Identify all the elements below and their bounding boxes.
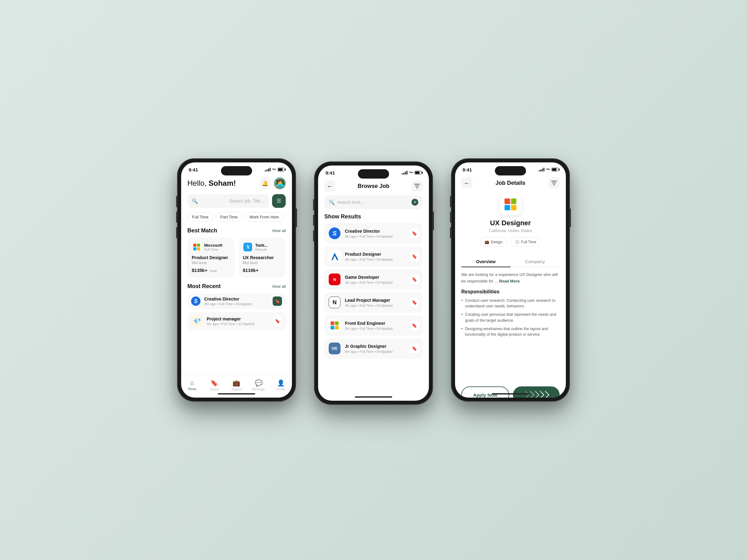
filter-icon: ☰ xyxy=(277,198,281,204)
microsoft-logo-list xyxy=(328,319,341,332)
next-arrows-button[interactable] xyxy=(513,386,560,398)
tab-company[interactable]: Company xyxy=(511,257,560,267)
design-icon: 💼 xyxy=(485,240,489,244)
signal-bars-3 xyxy=(539,168,544,171)
svg-rect-2 xyxy=(416,188,418,188)
list-title-4: Lead Project Manager xyxy=(345,298,406,303)
list-title-1: Creative Director xyxy=(345,229,406,234)
detail-tabs: Overview Company xyxy=(461,257,560,267)
status-icons-1: 〜 xyxy=(265,167,284,172)
list-bookmark-3[interactable]: 🔖 xyxy=(410,275,419,284)
list-bookmark-5[interactable]: 🔖 xyxy=(410,321,419,330)
svg-rect-0 xyxy=(414,184,420,185)
most-recent-view-all[interactable]: View all xyxy=(272,284,286,289)
job-title-large: UX Designer xyxy=(490,219,531,227)
best-match-view-all[interactable]: View all xyxy=(272,229,286,233)
list-bookmark-6[interactable]: 🔖 xyxy=(410,344,419,353)
details-header: ← Job Details xyxy=(461,174,560,193)
recent-meta-1: 3hr ago • Full Time • 04 Applied xyxy=(204,302,269,306)
user-avatar[interactable]: 🧑‍💻 xyxy=(274,177,286,189)
list-meta-5: 3hr ago • Full Time • 04 Applied xyxy=(345,327,406,330)
tag-part-time[interactable]: Part Time xyxy=(216,212,242,222)
phone1-content: Hello, Soham! 🔔 🧑‍💻 🔍 xyxy=(181,174,292,398)
bookmark-button-1[interactable]: 🔖 xyxy=(273,296,282,306)
phone3-content: ← Job Details xyxy=(455,174,566,398)
company-type-2: Remote xyxy=(255,248,268,251)
battery-1 xyxy=(278,168,284,171)
nav-home[interactable]: ⌂ Home xyxy=(185,379,200,391)
recent-item-project-manager[interactable]: 💎 Project manager 5hr ago • Full Time • … xyxy=(187,312,286,330)
job-list: S Creative Director 3hr ago • Full Time … xyxy=(318,223,429,401)
twitter-logo-card: 𝕏 xyxy=(243,242,253,252)
applied-icon: 💼 xyxy=(232,379,240,387)
nav-profile-label: Profile xyxy=(276,388,285,391)
signal-bars-1 xyxy=(265,168,271,171)
nav-saved[interactable]: 🔖 Saved xyxy=(207,379,222,391)
notification-bell-button[interactable]: 🔔 xyxy=(259,177,271,189)
list-item-front-end-engineer[interactable]: Front End Engineer 3hr ago • Full Time •… xyxy=(324,315,423,336)
card-salary-1: $135k+ xyxy=(192,268,207,273)
wifi-icon-3: 〜 xyxy=(546,167,550,172)
recent-title-2: Project manager xyxy=(207,316,269,321)
resp-item-2: Creating user personas that represent th… xyxy=(461,312,560,324)
details-back-button[interactable]: ← xyxy=(461,177,472,189)
details-more-button[interactable] xyxy=(548,177,560,189)
profile-icon: 👤 xyxy=(277,379,285,387)
saved-icon: 🔖 xyxy=(210,379,218,387)
resp-item-3: Designing wireframes that outline the la… xyxy=(461,326,560,338)
recent-item-creative-director[interactable]: S Creative Director 3hr ago • Full Time … xyxy=(187,293,286,309)
signal-bars-2 xyxy=(402,171,407,175)
search-icon: 🔍 xyxy=(192,198,227,204)
best-match-header: Best Match View all xyxy=(187,228,286,234)
status-icons-2: 〜 xyxy=(402,170,421,176)
phone1-header: Hello, Soham! 🔔 🧑‍💻 xyxy=(187,177,286,189)
nav-profile[interactable]: 👤 Profile xyxy=(273,379,288,391)
card-level-1: Mid level xyxy=(192,261,230,265)
list-bookmark-2[interactable]: 🔖 xyxy=(410,252,419,261)
job-card-twitter[interactable]: 𝕏 Twitt... Remote UX Researcher Mid leve… xyxy=(238,238,286,277)
filter-button[interactable]: ☰ xyxy=(272,194,286,208)
list-item-lead-project-manager[interactable]: N Lead Project Manager 3hr ago • Full Ti… xyxy=(324,292,423,313)
list-item-product-designer[interactable]: Product Designer 3hr ago • Full Time • 0… xyxy=(324,246,423,267)
nav-applied[interactable]: 💼 Applied xyxy=(229,379,244,391)
wifi-icon-1: 〜 xyxy=(272,167,276,172)
tag-work-from-home[interactable]: Work From Hom xyxy=(244,212,284,222)
nintendo-logo-list: N xyxy=(328,273,341,286)
best-match-cards: Microsoft Full Time Product Designer Mid… xyxy=(187,238,286,277)
phone-home: 9:41 〜 Hello, S xyxy=(177,159,296,401)
read-more-link[interactable]: Read More xyxy=(499,279,519,284)
responsibilities-list: Conduct user research: Conducting user r… xyxy=(461,298,560,338)
tab-overview[interactable]: Overview xyxy=(461,257,511,267)
browse-search-box[interactable]: 🔍 search here... ✕ xyxy=(324,195,423,209)
phone-details: 9:41 〜 ← Job Details xyxy=(451,159,570,401)
home-icon: ⌂ xyxy=(190,379,194,386)
status-bar-3: 9:41 〜 xyxy=(455,162,566,174)
dynamic-island-2 xyxy=(358,169,389,179)
list-title-3: Game Developer xyxy=(345,275,406,280)
most-recent-title: Most Recent xyxy=(187,283,221,290)
tag-full-time[interactable]: Full Time xyxy=(187,212,213,222)
browse-filter-button[interactable] xyxy=(411,181,423,192)
bookmark-button-2[interactable]: 🔖 xyxy=(273,316,282,326)
search-box[interactable]: 🔍 Search job, Title... xyxy=(187,194,269,208)
list-bookmark-1[interactable]: 🔖 xyxy=(410,229,419,238)
job-card-microsoft[interactable]: Microsoft Full Time Product Designer Mid… xyxy=(187,238,235,277)
message-icon: 💬 xyxy=(255,379,263,387)
apply-now-button[interactable]: Apply Now xyxy=(461,386,509,398)
nav-home-label: Home xyxy=(188,387,197,391)
list-meta-3: 3hr ago • Full Time • 04 Applied xyxy=(345,281,406,284)
list-meta-2: 3hr ago • Full Time • 04 Applied xyxy=(345,258,406,261)
recent-list: S Creative Director 3hr ago • Full Time … xyxy=(187,293,286,330)
nav-message[interactable]: 💬 Message xyxy=(251,379,266,391)
clear-search-button[interactable]: ✕ xyxy=(411,199,418,206)
list-item-game-developer[interactable]: N Game Developer 3hr ago • Full Time • 0… xyxy=(324,269,423,290)
list-item-creative-director[interactable]: S Creative Director 3hr ago • Full Time … xyxy=(324,223,423,244)
card-job-title-1: Product Designer xyxy=(192,255,230,260)
svg-rect-5 xyxy=(551,181,557,181)
list-item-jr-graphic-designer[interactable]: VK Jr Graphic Designer 3hr ago • Full Ti… xyxy=(324,338,423,359)
list-bookmark-4[interactable]: 🔖 xyxy=(410,298,419,307)
status-time-2: 9:41 xyxy=(326,170,335,176)
nav-applied-label: Applied xyxy=(231,388,241,391)
home-indicator-2 xyxy=(355,396,392,398)
back-button[interactable]: ← xyxy=(324,181,336,192)
